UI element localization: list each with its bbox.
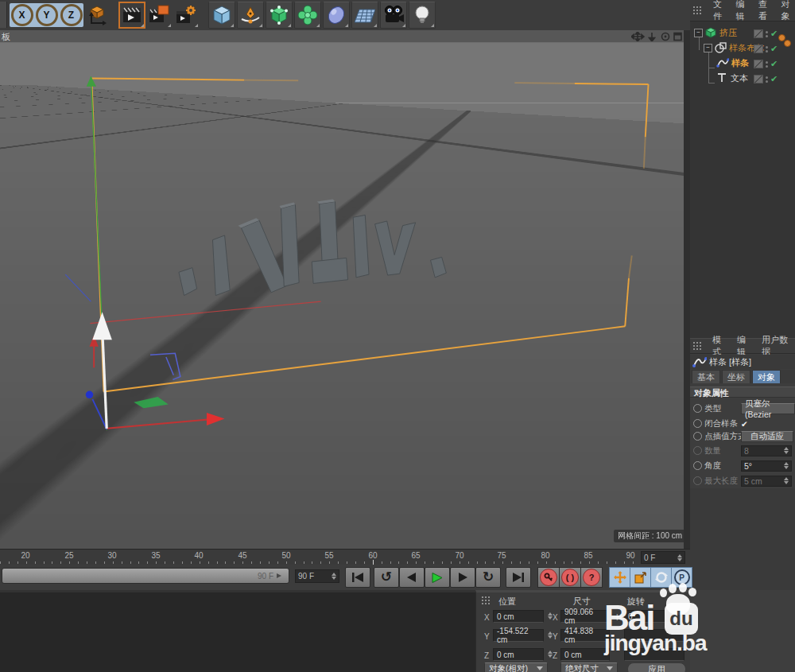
tab-basic[interactable]: 基本 [692, 370, 720, 383]
key-parameter-button[interactable]: P [671, 567, 692, 588]
panel-grip-icon[interactable] [693, 342, 704, 350]
enabled-check-icon[interactable]: ✔ [770, 74, 778, 84]
workplane-icon[interactable] [84, 2, 110, 28]
key-position-button[interactable] [609, 567, 630, 588]
object-manager[interactable]: − 挤压 ✔ − 样条布尔 ✔ [690, 21, 795, 338]
tick-label: 50 [281, 551, 290, 560]
visibility-dots-icon[interactable] [766, 31, 768, 37]
pen-spline-button[interactable] [237, 2, 264, 29]
key-rotation-button[interactable] [650, 567, 672, 588]
tree-label-selected[interactable]: 样条 [731, 57, 749, 69]
visibility-toggles[interactable]: ✔ [754, 44, 778, 54]
loop-button[interactable]: ↻ [475, 567, 501, 588]
tab-object[interactable]: 对象 [752, 370, 781, 383]
tree-row-spline[interactable]: 样条 [716, 56, 749, 69]
subdivision-surface-button[interactable] [266, 2, 293, 29]
enabled-check-icon[interactable]: ✔ [770, 29, 778, 39]
current-frame-spinner[interactable]: 90 F [295, 569, 339, 583]
timeline-ruler[interactable]: 20 25 30 35 40 45 50 55 60 65 70 75 80 8… [0, 549, 690, 565]
prev-frame-button[interactable] [399, 567, 425, 588]
key-scale-button[interactable] [630, 567, 651, 588]
anim-dot-icon[interactable] [693, 461, 702, 470]
camera-button[interactable] [380, 2, 407, 29]
lock-x-axis-button[interactable]: X [10, 3, 34, 27]
render-view-button[interactable] [119, 2, 145, 28]
tree-line [708, 83, 715, 84]
position-y-field[interactable]: -154.522 cm [493, 629, 544, 642]
visibility-toggles[interactable]: ✔ [754, 74, 778, 84]
visibility-toggles[interactable]: ✔ [754, 59, 778, 69]
enabled-check-icon[interactable]: ✔ [770, 59, 778, 69]
autokey-button[interactable]: ( ) [559, 567, 581, 588]
tree-row-extrude[interactable]: − 挤压 [694, 26, 737, 39]
metaball-button[interactable] [323, 2, 350, 29]
attribute-panel-empty [690, 488, 795, 590]
tree-row-text[interactable]: 文本 [716, 72, 748, 84]
tab-coordinates[interactable]: 坐标 [722, 370, 750, 383]
end-frame-spinner[interactable]: 0 F [641, 551, 685, 564]
attribute-object-title: 样条 [样条] [690, 355, 795, 369]
play-button[interactable] [425, 567, 450, 588]
rotate-circle-icon [655, 571, 668, 584]
om-menu-file[interactable]: 文件 [713, 0, 727, 21]
record-keyframe-button[interactable] [537, 567, 560, 588]
floor-environment-button[interactable] [351, 2, 378, 29]
editor-dot-icon[interactable] [784, 40, 791, 47]
collapse-icon[interactable]: − [694, 29, 703, 37]
close-spline-checkbox[interactable]: ✔ [741, 418, 748, 429]
om-menu-view[interactable]: 查看 [758, 0, 773, 21]
play-reverse-button[interactable]: ↺ [374, 567, 399, 588]
next-frame-button[interactable] [450, 567, 475, 588]
om-menu-edit[interactable]: 编辑 [736, 0, 750, 21]
goto-start-button[interactable] [345, 567, 370, 588]
cube-primitive-button[interactable] [208, 2, 235, 29]
apply-button[interactable]: 应用 [627, 662, 686, 672]
rotation-b-field[interactable] [624, 648, 684, 661]
collapse-icon[interactable]: − [704, 44, 712, 52]
panel-grip-icon[interactable] [693, 6, 704, 14]
render-settings-button[interactable] [173, 2, 199, 28]
render-picture-viewer-button[interactable] [146, 2, 172, 28]
light-button[interactable] [409, 2, 436, 29]
anim-dot-icon[interactable] [693, 419, 702, 428]
axis-label: Y [484, 632, 490, 641]
panel-divider[interactable] [684, 30, 690, 590]
anim-dot-icon[interactable] [693, 432, 702, 441]
tree-label[interactable]: 文本 [731, 72, 748, 84]
bottom-left-panel[interactable] [0, 590, 475, 672]
cloner-array-button[interactable] [294, 2, 321, 29]
layer-icon[interactable] [754, 60, 763, 68]
position-x-field[interactable]: 0 cm [493, 610, 544, 623]
layer-icon[interactable] [754, 75, 763, 84]
help-button[interactable]: ? [580, 567, 603, 588]
transport-bar: 90 F 90 F ↺ ↻ [0, 565, 690, 592]
angle-field[interactable]: 5° [741, 460, 792, 472]
visibility-toggles[interactable]: ✔ [754, 29, 778, 39]
attr-row-number: 数量 8 [690, 444, 795, 457]
enabled-check-icon[interactable]: ✔ [770, 44, 778, 54]
visibility-dots-icon[interactable] [766, 61, 768, 68]
visibility-dots-icon[interactable] [766, 46, 768, 52]
layer-icon[interactable] [754, 29, 763, 38]
position-z-field[interactable]: 0 cm [493, 648, 544, 661]
size-mode-dropdown[interactable]: 绝对尺寸 [560, 662, 618, 672]
om-menu-object[interactable]: 对象 [781, 0, 795, 21]
goto-end-button[interactable] [506, 567, 531, 588]
interpolation-dropdown[interactable]: 自动适应 [741, 431, 793, 442]
autokey-parens-icon: ( ) [561, 569, 579, 586]
tick-label: 35 [151, 551, 160, 560]
coord-mode-dropdown[interactable]: 对象(相对) [484, 662, 548, 672]
visibility-dots-icon[interactable] [766, 76, 768, 83]
tree-label[interactable]: 挤压 [719, 27, 737, 39]
type-dropdown[interactable]: 贝塞尔(Bezier [741, 403, 795, 414]
size-z-field[interactable]: 0 cm [560, 648, 610, 661]
size-x-field[interactable]: 909.066 cm [560, 610, 610, 623]
layer-icon[interactable] [754, 45, 763, 53]
lock-z-axis-button[interactable]: Z [59, 3, 83, 27]
size-y-field[interactable]: 414.838 cm [560, 629, 610, 642]
lock-y-axis-button[interactable]: Y [34, 3, 59, 27]
tick-label: 70 [455, 551, 463, 560]
timeline-range-slider[interactable]: 90 F [2, 568, 289, 584]
anim-dot-icon[interactable] [693, 404, 702, 413]
rotation-header: 旋转 [627, 596, 645, 608]
